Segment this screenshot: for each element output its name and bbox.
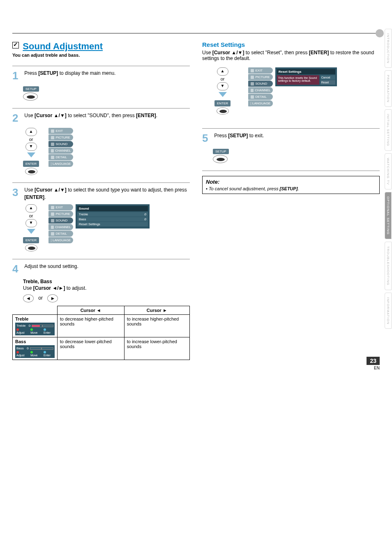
enter-button-graphic: ENTER bbox=[23, 161, 39, 167]
cursor-key: [Cursor ▲/▼] bbox=[35, 113, 67, 118]
reset-title: Reset Settings bbox=[202, 41, 380, 48]
enter-button-graphic: ENTER bbox=[214, 100, 231, 106]
cursor-nav-graphic: ▲ or ▼ ENTER bbox=[214, 67, 231, 116]
setup-key: [SETUP] bbox=[280, 186, 298, 191]
reset-option: Reset bbox=[321, 80, 335, 85]
table-row: Bass Bass 0 AdjustMoveEnter to decrease … bbox=[13, 337, 190, 360]
flow-arrow-icon bbox=[219, 92, 227, 97]
osd-item-selected: SOUND bbox=[248, 81, 273, 87]
osd-item: EXIT bbox=[248, 67, 273, 74]
step-4: 4 Adjust the sound setting. Treble, Bass… bbox=[12, 263, 190, 360]
step-text: to exit. bbox=[248, 133, 264, 138]
tab-preparation[interactable]: PREPARATION bbox=[385, 70, 392, 107]
step-number: 3 bbox=[12, 186, 23, 199]
step-3: 3 Use [Cursor ▲/▼] to select the sound t… bbox=[12, 186, 190, 253]
step-2: 2 Use [Cursor ▲/▼] to select "SOUND", th… bbox=[12, 112, 190, 176]
osd-item: EXIT bbox=[48, 204, 73, 210]
down-arrow-icon: ▼ bbox=[25, 219, 37, 227]
cell: to increase lower-pitched sounds bbox=[124, 337, 189, 360]
osd-item: EXIT bbox=[48, 128, 73, 134]
cursor-lr-key: [Cursor ◄/►] bbox=[33, 285, 65, 291]
col-header: Cursor ► bbox=[124, 306, 189, 315]
osd-item: DETAIL bbox=[48, 231, 73, 237]
enter-key: [ENTER] bbox=[309, 50, 329, 55]
step-number: 2 bbox=[12, 112, 23, 125]
left-arrow-icon: ◄ bbox=[23, 294, 34, 302]
osd-row: Reset Settings bbox=[77, 222, 148, 226]
osd-item: CHANNEL bbox=[248, 87, 273, 93]
osd-main-menu: EXIT PICTURE SOUND CHANNEL DETAIL LANGUA… bbox=[48, 128, 73, 167]
enter-button-graphic: ENTER bbox=[23, 237, 39, 243]
note-box: Note: • To cancel sound adjustment, pres… bbox=[202, 176, 380, 194]
tab-troubleshooting[interactable]: TROUBLESHOOTING bbox=[385, 242, 392, 290]
osd-main-menu: EXIT PICTURE SOUND CHANNEL DETAIL LANGUA… bbox=[48, 204, 73, 244]
cell: to decrease higher-pitched sounds bbox=[57, 315, 124, 337]
section-desc: You can adjust treble and bass. bbox=[12, 53, 190, 58]
section-title: Sound Adjustment bbox=[23, 41, 103, 52]
up-arrow-icon: ▲ bbox=[25, 204, 37, 212]
osd-panel-title: Sound bbox=[77, 206, 148, 211]
reset-text: Use bbox=[202, 50, 212, 55]
or-label: or bbox=[38, 295, 43, 301]
button-icon bbox=[23, 92, 38, 101]
bass-slider-graphic: Bass 0 AdjustMoveEnter bbox=[15, 345, 55, 358]
down-arrow-icon: ▼ bbox=[217, 82, 228, 90]
step-text: Press bbox=[214, 133, 228, 138]
reset-msg: settings to factory default. bbox=[278, 79, 318, 82]
tab-optional-setting[interactable]: OPTIONAL SETTING bbox=[385, 192, 392, 239]
check-icon bbox=[12, 42, 19, 48]
button-icon bbox=[25, 168, 37, 175]
enter-key: [ENTER] bbox=[136, 113, 156, 118]
step-text: . bbox=[156, 113, 157, 118]
tab-initial-setting[interactable]: INITIAL SETTING bbox=[385, 109, 392, 151]
page-num-value: 23 bbox=[367, 357, 380, 365]
reset-text: to select "Reset", then press bbox=[244, 50, 309, 55]
step-text: to select "SOUND", then press bbox=[67, 113, 136, 118]
button-icon bbox=[213, 155, 228, 163]
cursor-key: [Cursor ▲/▼] bbox=[35, 187, 67, 193]
flow-arrow-icon bbox=[27, 229, 35, 234]
osd-item-selected: SOUND bbox=[48, 141, 73, 147]
osd-item-selected: SOUND bbox=[48, 217, 73, 224]
setup-button-graphic: SETUP bbox=[23, 86, 39, 92]
osd-panel-title: Reset Settings bbox=[277, 69, 335, 74]
step-text: . bbox=[44, 194, 46, 200]
osd-main-menu: EXIT PICTURE SOUND CHANNEL DETAIL LANGUA… bbox=[248, 67, 273, 107]
tab-watching-tv[interactable]: WATCHING TV bbox=[385, 153, 392, 189]
osd-item: DETAIL bbox=[248, 94, 273, 100]
tab-information[interactable]: INFORMATION bbox=[385, 293, 392, 329]
step-text: to display the main menu. bbox=[58, 70, 115, 76]
osd-item: PICTURE bbox=[248, 74, 273, 80]
instruction: Use bbox=[23, 285, 33, 291]
or-label: or bbox=[214, 76, 231, 81]
button-icon bbox=[25, 244, 37, 252]
up-arrow-icon: ▲ bbox=[217, 67, 228, 76]
step-number: 4 bbox=[12, 263, 23, 275]
button-icon bbox=[217, 107, 229, 115]
treble-slider-graphic: Treble 0 AdjustMoveEnter bbox=[15, 323, 55, 335]
top-rule bbox=[12, 33, 380, 34]
cancel-option: Cancel bbox=[321, 75, 335, 80]
cell: to increase higher-pitched sounds bbox=[124, 315, 189, 337]
flow-arrow-icon bbox=[27, 152, 35, 157]
osd-row: Bass0 bbox=[77, 217, 148, 222]
treble-bass-heading: Treble, Bass bbox=[23, 279, 190, 284]
osd-reset-panel: Reset Settings This function resets the … bbox=[275, 67, 337, 86]
up-arrow-icon: ▲ bbox=[25, 128, 37, 136]
instruction: to adjust. bbox=[65, 285, 86, 291]
tab-introduction[interactable]: INTRODUCTION bbox=[385, 29, 392, 68]
osd-item: LANGUAGE bbox=[48, 161, 73, 167]
note-title: Note: bbox=[206, 179, 376, 185]
cell: to decrease lower-pitched sounds bbox=[57, 337, 124, 360]
step-1: 1 Press [SETUP] to display the main menu… bbox=[12, 69, 190, 102]
row-name: Bass bbox=[15, 339, 26, 344]
row-name: Treble bbox=[15, 316, 28, 321]
osd-item: DETAIL bbox=[48, 154, 73, 160]
enter-key: [ENTER] bbox=[24, 194, 44, 200]
cursor-nav-graphic: ▲ or ▼ ENTER bbox=[23, 128, 39, 176]
step-number: 1 bbox=[12, 69, 23, 82]
page-number: 23 EN bbox=[367, 357, 380, 370]
osd-item: LANGUAGE bbox=[48, 237, 73, 243]
step-5: 5 Press [SETUP] to exit. SETUP bbox=[202, 132, 380, 164]
down-arrow-icon: ▼ bbox=[25, 143, 37, 151]
